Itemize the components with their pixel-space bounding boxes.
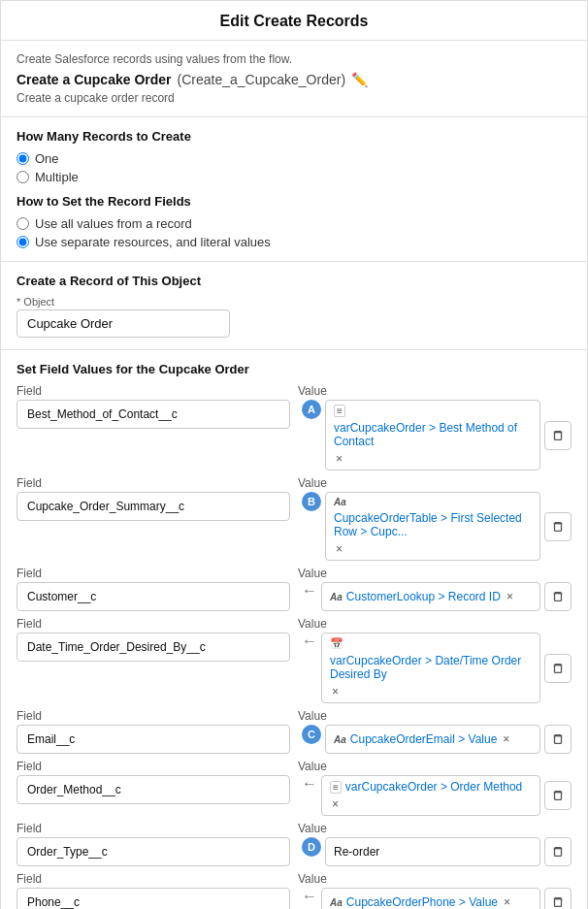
field-col-1: Best_Method_of_Contact__c — [16, 400, 298, 471]
record-description: Create a cupcake order record — [16, 91, 572, 105]
value-pill-7: Re-order — [325, 837, 540, 866]
arrow-icon-3: ← — [302, 582, 317, 611]
radio-multiple[interactable]: Multiple — [16, 170, 572, 184]
delete-btn-3[interactable] — [544, 582, 572, 611]
field-col-5: Email__c — [16, 725, 298, 754]
field-row-header-6: Field Value — [16, 760, 572, 773]
col-field-label: Field — [16, 384, 298, 398]
text-icon-2: Aa — [334, 497, 346, 507]
delete-icon-6 — [551, 789, 565, 802]
badge-C: C — [302, 725, 321, 744]
radio-one[interactable]: One — [16, 151, 572, 166]
edit-record-icon[interactable]: ✏️ — [351, 72, 367, 87]
value-text-8: CupcakeOrderPhone > Value — [346, 895, 498, 909]
close-8[interactable]: × — [504, 895, 510, 909]
object-input[interactable] — [16, 309, 230, 338]
field-name-7: Order_Type__c — [27, 845, 108, 859]
close-1[interactable]: × — [336, 452, 343, 466]
delete-btn-2[interactable] — [544, 512, 572, 541]
radio-one-label: One — [35, 151, 59, 166]
delete-btn-5[interactable] — [544, 725, 572, 754]
arrow-icon-8: ← — [302, 888, 317, 909]
value-col-7: Re-order — [325, 837, 572, 866]
value-col-5: Aa CupcakeOrderEmail > Value × — [325, 725, 572, 754]
radio-all-values[interactable]: Use all values from a record — [16, 216, 572, 231]
field-col-7: Order_Type__c — [16, 837, 298, 866]
value-col-1: ≡ varCupcakeOrder > Best Method of Conta… — [325, 400, 572, 471]
value-pill-2: Aa CupcakeOrderTable > First Selected Ro… — [325, 492, 540, 561]
value-col-2: Aa CupcakeOrderTable > First Selected Ro… — [325, 492, 572, 561]
radio-one-input[interactable] — [16, 152, 29, 165]
delete-btn-4[interactable] — [544, 654, 572, 683]
close-4[interactable]: × — [332, 685, 339, 698]
field-row-header-1: Field Value — [16, 384, 572, 398]
col-value-label-2: Value — [298, 476, 572, 490]
field-name-1: Best_Method_of_Contact__c — [27, 407, 178, 421]
badge-B: B — [302, 492, 321, 511]
field-input-2[interactable]: Cupcake_Order_Summary__c — [16, 492, 290, 521]
field-input-8[interactable]: Phone__c — [16, 888, 290, 909]
value-text-1: varCupcakeOrder > Best Method of Contact — [334, 421, 532, 448]
value-text-7: Re-order — [334, 845, 379, 859]
field-input-6[interactable]: Order_Method__c — [16, 775, 290, 804]
field-row-header-2: Field Value — [16, 476, 572, 490]
calendar-icon-4: 📅 — [330, 637, 343, 650]
col-field-label-2: Field — [16, 476, 298, 490]
close-3[interactable]: × — [506, 590, 513, 603]
delete-btn-7[interactable] — [544, 837, 572, 866]
field-name-5: Email__c — [27, 732, 75, 746]
field-col-6: Order_Method__c — [16, 775, 298, 816]
radio-separate[interactable]: Use separate resources, and literal valu… — [16, 235, 572, 249]
radio-separate-label: Use separate resources, and literal valu… — [35, 235, 271, 249]
field-input-1[interactable]: Best_Method_of_Contact__c — [16, 400, 290, 429]
text-icon-3: Aa — [330, 592, 343, 602]
field-input-3[interactable]: Customer__c — [16, 582, 290, 611]
top-section: Create Salesforce records using values f… — [1, 41, 587, 117]
field-row-header-4: Field Value — [16, 617, 572, 631]
field-col-3: Customer__c — [16, 582, 298, 611]
radio-multiple-input[interactable] — [16, 171, 29, 183]
value-pill-4: 📅 varCupcakeOrder > Date/Time Order Desi… — [321, 633, 540, 703]
svg-rect-5 — [555, 793, 562, 800]
svg-rect-3 — [555, 665, 562, 672]
text-icon-8: Aa — [330, 897, 343, 908]
value-col-6: ≡ varCupcakeOrder > Order Method × — [321, 775, 572, 816]
set-fields-title: Set Field Values for the Cupcake Order — [16, 362, 572, 376]
radio-separate-input[interactable] — [16, 236, 29, 248]
field-input-5[interactable]: Email__c — [16, 725, 290, 754]
field-row-4: Date_Time_Order_Desired_By__c ← 📅 varCup… — [16, 633, 572, 703]
close-2[interactable]: × — [336, 542, 343, 556]
value-pill-8: Aa CupcakeOrderPhone > Value × — [321, 888, 540, 909]
delete-btn-6[interactable] — [544, 781, 572, 810]
close-5[interactable]: × — [503, 732, 509, 746]
col-value-label: Value — [298, 384, 572, 398]
delete-icon-1 — [551, 429, 565, 442]
field-input-4[interactable]: Date_Time_Order_Desired_By__c — [16, 633, 290, 662]
page-title: Edit Create Records — [220, 13, 369, 29]
field-row-1: Best_Method_of_Contact__c A ≡ varCupcake… — [16, 400, 572, 471]
value-text-4: varCupcakeOrder > Date/Time Order Desire… — [330, 654, 532, 681]
delete-btn-8[interactable] — [544, 888, 572, 909]
value-text-2: CupcakeOrderTable > First Selected Row >… — [334, 511, 532, 538]
page-header: Edit Create Records — [1, 1, 587, 41]
delete-icon-3 — [551, 590, 565, 603]
field-row-7: Order_Type__c D Re-order — [16, 837, 572, 866]
delete-icon-4 — [551, 662, 565, 675]
field-name-8: Phone__c — [27, 895, 80, 909]
radio-all-values-input[interactable] — [16, 217, 29, 230]
object-section: Create a Record of This Object * Object — [1, 262, 587, 350]
text-icon-5: Aa — [334, 734, 346, 745]
how-many-section: How Many Records to Create One Multiple … — [1, 117, 587, 262]
field-input-7[interactable]: Order_Type__c — [16, 837, 290, 866]
field-col-4: Date_Time_Order_Desired_By__c — [16, 633, 298, 703]
record-api-name: (Create_a_Cupcake_Order) — [178, 72, 346, 87]
object-field-label: * Object — [16, 296, 572, 308]
field-row-header-8: Field Value — [16, 872, 572, 886]
value-pill-1: ≡ varCupcakeOrder > Best Method of Conta… — [325, 400, 540, 471]
value-col-3: Aa CustomerLookup > Record ID × — [321, 582, 572, 611]
delete-btn-1[interactable] — [544, 421, 572, 450]
svg-rect-6 — [555, 849, 562, 857]
how-to-set-title: How to Set the Record Fields — [16, 194, 572, 209]
close-6[interactable]: × — [332, 797, 339, 811]
how-many-radio-group: One Multiple — [16, 151, 572, 184]
